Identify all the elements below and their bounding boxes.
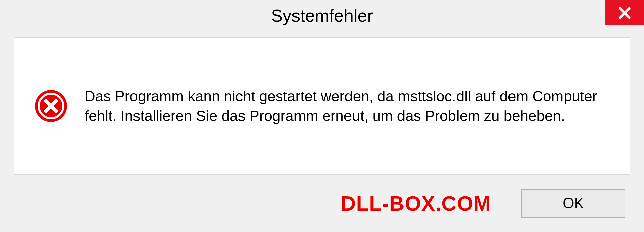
titlebar: Systemfehler <box>0 0 644 31</box>
error-message: Das Programm kann nicht gestartet werden… <box>85 86 610 126</box>
dialog-title: Systemfehler <box>271 6 373 26</box>
watermark-text: DLL-BOX.COM <box>341 191 491 215</box>
ok-button[interactable]: OK <box>521 189 625 218</box>
content-area: Das Programm kann nicht gestartet werden… <box>14 37 630 175</box>
dialog-footer: DLL-BOX.COM OK <box>0 175 644 232</box>
error-dialog: Systemfehler Das Programm kann nicht ges… <box>0 0 644 232</box>
close-button[interactable] <box>605 0 644 25</box>
close-icon <box>618 6 632 20</box>
error-icon <box>34 89 68 123</box>
